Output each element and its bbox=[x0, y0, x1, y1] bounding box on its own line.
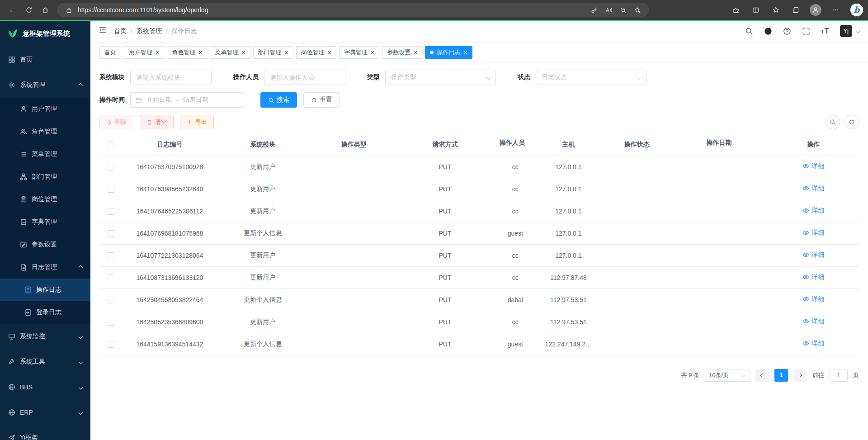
sidebar-item-user[interactable]: 用户管理 bbox=[0, 98, 90, 120]
github-icon[interactable] bbox=[764, 27, 772, 35]
row-checkbox[interactable] bbox=[108, 164, 114, 170]
row-checkbox[interactable] bbox=[108, 230, 114, 237]
sidebar-item-yi[interactable]: Yi框架 bbox=[0, 425, 90, 440]
row-checkbox[interactable] bbox=[108, 186, 114, 193]
sidebar-item-monitor[interactable]: 系统监控 bbox=[0, 324, 90, 349]
sidebar-item-bbs[interactable]: BBS bbox=[0, 374, 90, 400]
type-filter-select[interactable]: 操作类型 bbox=[385, 70, 496, 85]
detail-link[interactable]: 详细 bbox=[802, 251, 824, 259]
more-menu-icon[interactable] bbox=[827, 2, 844, 18]
sidebar-item-operlog[interactable]: 操作日志 bbox=[0, 279, 90, 301]
tab-close-icon[interactable]: × bbox=[463, 49, 467, 56]
tab-close-icon[interactable]: × bbox=[328, 49, 331, 56]
detail-link[interactable]: 详细 bbox=[802, 185, 824, 193]
tab-menu[interactable]: 菜单管理× bbox=[210, 46, 250, 59]
row-checkbox[interactable] bbox=[108, 297, 114, 303]
page-size-select[interactable]: 10条/页 bbox=[705, 369, 750, 382]
sidebar-item-erp[interactable]: ERP bbox=[0, 400, 90, 425]
reload-button[interactable] bbox=[21, 2, 37, 18]
detail-link[interactable]: 详细 bbox=[802, 295, 824, 303]
fullscreen-icon[interactable] bbox=[802, 27, 810, 35]
tab-operlog[interactable]: 操作日志× bbox=[425, 46, 472, 59]
select-all-checkbox[interactable] bbox=[108, 142, 114, 148]
sidebar-item-system[interactable]: 系统管理 bbox=[0, 72, 90, 98]
tab-dict[interactable]: 字典管理× bbox=[339, 46, 379, 59]
help-icon[interactable] bbox=[783, 27, 791, 35]
date-range-picker[interactable]: 开始日期 - 结束日期 bbox=[130, 92, 244, 108]
zoom-out-icon[interactable] bbox=[618, 5, 628, 15]
column-header[interactable]: 操作人员 bbox=[491, 134, 540, 156]
row-checkbox[interactable] bbox=[108, 252, 114, 259]
back-button[interactable]: ← bbox=[5, 2, 21, 18]
tab-user[interactable]: 用户管理× bbox=[124, 46, 164, 59]
tab-close-icon[interactable]: × bbox=[371, 49, 374, 56]
row-checkbox[interactable] bbox=[108, 208, 114, 215]
tab-close-icon[interactable]: × bbox=[285, 49, 288, 56]
sort-icon[interactable] bbox=[528, 142, 531, 151]
sidebar-item-dept[interactable]: 部门管理 bbox=[0, 166, 90, 188]
sidebar-item-menu[interactable]: 菜单管理 bbox=[0, 143, 90, 166]
breadcrumb-item[interactable]: 系统管理 bbox=[137, 27, 162, 35]
page-number-button[interactable]: 1 bbox=[774, 369, 788, 382]
font-size-icon[interactable]: TT bbox=[821, 27, 829, 35]
detail-link[interactable]: 详细 bbox=[802, 273, 824, 281]
search-icon[interactable] bbox=[745, 27, 753, 35]
sidebar-item-label: BBS bbox=[20, 383, 33, 391]
breadcrumb-item[interactable]: 首页 bbox=[114, 27, 127, 35]
detail-link[interactable]: 详细 bbox=[802, 162, 824, 170]
favorites-icon[interactable] bbox=[768, 2, 784, 18]
read-aloud-icon[interactable]: A bbox=[603, 5, 614, 15]
collapse-sidebar-button[interactable] bbox=[99, 26, 107, 36]
sort-icon[interactable] bbox=[735, 142, 738, 151]
delete-button[interactable]: 删除 bbox=[99, 115, 133, 129]
address-bar[interactable]: https://ccnetcore.com:1101/system/log/op… bbox=[57, 3, 649, 17]
extensions-icon[interactable] bbox=[728, 2, 744, 18]
add-favorite-icon[interactable] bbox=[632, 5, 643, 15]
module-filter-input[interactable] bbox=[130, 70, 212, 85]
prev-page-button[interactable] bbox=[755, 369, 769, 382]
refresh-table-button[interactable] bbox=[844, 115, 859, 129]
toggle-search-button[interactable] bbox=[826, 115, 840, 129]
split-screen-icon[interactable] bbox=[748, 2, 764, 18]
goto-page-input[interactable] bbox=[830, 369, 848, 382]
search-button[interactable]: 搜索 bbox=[260, 92, 297, 108]
column-header[interactable]: 操作日期 bbox=[677, 134, 768, 156]
sidebar-item-loginlog[interactable]: 登录日志 bbox=[0, 301, 90, 324]
reset-button[interactable]: 重置 bbox=[303, 92, 340, 108]
tab-home[interactable]: 首页 bbox=[99, 46, 121, 59]
password-icon[interactable] bbox=[589, 5, 599, 15]
row-checkbox[interactable] bbox=[108, 274, 114, 281]
detail-link[interactable]: 详细 bbox=[802, 317, 824, 326]
tab-post[interactable]: 岗位管理× bbox=[296, 46, 336, 59]
detail-link[interactable]: 详细 bbox=[802, 207, 824, 215]
sidebar-item-param[interactable]: 参数设置 bbox=[0, 233, 90, 256]
user-avatar[interactable]: Yj bbox=[840, 25, 852, 37]
tab-role[interactable]: 角色管理× bbox=[167, 46, 207, 59]
collections-icon[interactable] bbox=[788, 2, 804, 18]
detail-link[interactable]: 详细 bbox=[802, 340, 824, 348]
export-button[interactable]: 导出 bbox=[180, 115, 214, 129]
tab-dept[interactable]: 部门管理× bbox=[253, 46, 293, 59]
sidebar-item-dict[interactable]: 字典管理 bbox=[0, 211, 90, 233]
operator-filter-input[interactable] bbox=[264, 70, 345, 85]
row-checkbox[interactable] bbox=[108, 341, 114, 348]
tab-param[interactable]: 参数设置× bbox=[382, 46, 422, 59]
row-checkbox[interactable] bbox=[108, 319, 114, 326]
status-filter-select[interactable]: 日志状态 bbox=[536, 70, 646, 85]
tab-close-icon[interactable]: × bbox=[198, 49, 202, 56]
chevron-down-icon[interactable] bbox=[856, 29, 861, 33]
browser-profile-avatar[interactable] bbox=[807, 2, 824, 18]
next-page-button[interactable] bbox=[793, 369, 807, 382]
sidebar-item-role[interactable]: 角色管理 bbox=[0, 120, 90, 143]
home-button[interactable] bbox=[37, 2, 53, 18]
clear-button[interactable]: 清空 bbox=[140, 115, 174, 129]
sidebar-item-post[interactable]: 岗位管理 bbox=[0, 188, 90, 211]
bing-button[interactable]: b bbox=[850, 3, 863, 17]
sidebar-item-home[interactable]: 首页 bbox=[0, 47, 90, 72]
sidebar-item-tools[interactable]: 系统工具 bbox=[0, 349, 90, 374]
detail-link[interactable]: 详细 bbox=[802, 229, 824, 237]
tab-close-icon[interactable]: × bbox=[241, 49, 245, 56]
sidebar-item-log[interactable]: 日志管理 bbox=[0, 256, 90, 279]
tab-close-icon[interactable]: × bbox=[156, 49, 159, 56]
tab-close-icon[interactable]: × bbox=[414, 49, 417, 56]
